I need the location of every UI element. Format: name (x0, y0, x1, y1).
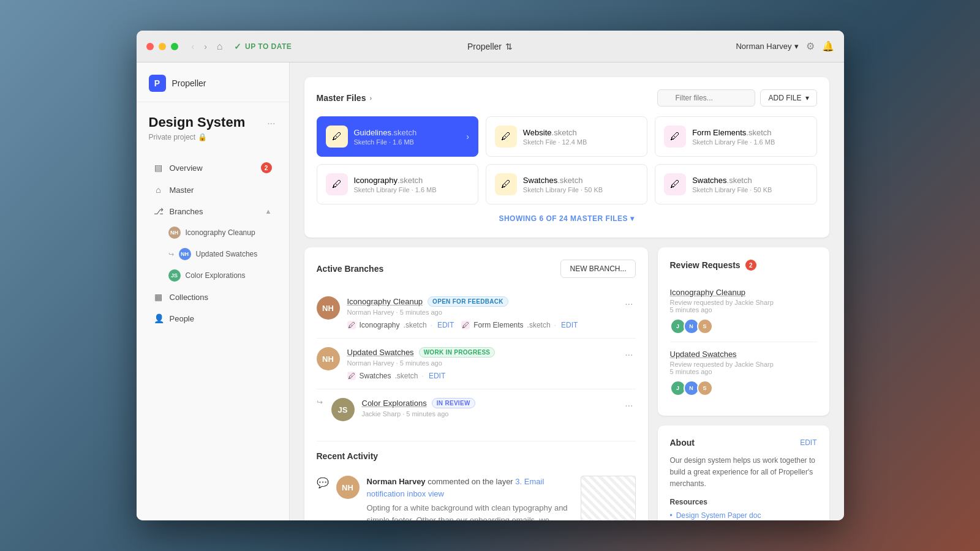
branch-menu-button-iconography[interactable]: ··· (622, 296, 635, 312)
project-subtitle: Private project 🔒 (149, 133, 277, 141)
people-icon: 👤 (154, 313, 164, 323)
close-button[interactable] (146, 43, 154, 50)
fullscreen-button[interactable] (171, 43, 178, 50)
branch-name-swatches[interactable]: Updated Swatches (347, 348, 414, 357)
user-name-label: Norman Harvey (736, 42, 791, 51)
filter-wrap: 🔍 ADD FILE ▾ (657, 89, 816, 107)
file-info-guidelines: Guidelines.sketch Sketch File · 1.6 MB (354, 128, 461, 146)
active-branches-header: Active Branches NEW BRANCH... (317, 260, 636, 278)
sidebar-item-people[interactable]: 👤 People (141, 308, 284, 329)
add-file-chevron-icon: ▾ (805, 94, 809, 102)
user-chevron-icon: ▾ (794, 42, 799, 51)
master-label: Master (170, 186, 194, 195)
review-item-name-iconography[interactable]: Iconography Cleanup (670, 288, 817, 297)
file-icon-swatches-1: 🖊 (495, 173, 517, 195)
comment-icon: 💬 (317, 477, 329, 520)
master-files-chevron-icon: › (369, 94, 372, 102)
project-info: Design System ··· Private project 🔒 (137, 107, 289, 151)
review-avatar-6: S (697, 380, 713, 396)
branch-file-name: Iconography (360, 321, 400, 329)
new-branch-button[interactable]: NEW BRANCH... (560, 260, 635, 278)
file-edit-link-swatches[interactable]: EDIT (429, 372, 445, 380)
project-title: Design System (149, 114, 246, 130)
file-icon-guidelines: 🖊 (326, 126, 348, 148)
filter-input[interactable] (657, 89, 755, 107)
file-ext-text: .sketch (552, 128, 577, 137)
branch-time-iconography: 5 minutes ago (400, 309, 442, 316)
home-button[interactable]: ⌂ (213, 39, 227, 54)
file-card-guidelines[interactable]: 🖊 Guidelines.sketch Sketch File · 1.6 MB… (317, 116, 478, 157)
recent-activity-section: Recent Activity 💬 NH Norman Harvey comme… (317, 441, 636, 520)
file-info-swatches-1: Swatches.sketch Sketch Library File · 50… (523, 176, 638, 193)
file-edit-link-iconography[interactable]: EDIT (437, 321, 454, 329)
branch-name-iconography[interactable]: Iconography Cleanup (347, 297, 423, 306)
file-name-text: Form Elements (692, 128, 746, 137)
branch-meta-color: Jackie Sharp · 5 minutes ago (362, 410, 613, 418)
show-more-files[interactable]: SHOWING 6 OF 24 MASTER FILES ▾ (317, 212, 817, 225)
project-menu-button[interactable]: ··· (266, 117, 276, 130)
about-edit-button[interactable]: EDIT (800, 438, 816, 447)
sidebar-item-overview[interactable]: ▤ Overview 2 (141, 157, 284, 179)
branches-chevron-icon: ▲ (265, 208, 272, 215)
branch-meta-swatches: Norman Harvey · 5 minutes ago (347, 359, 613, 367)
branch-entry-swatches: NH Updated Swatches WORK IN PROGRESS Nor… (317, 339, 636, 389)
project-subtitle-text: Private project (149, 133, 196, 141)
sidebar-item-updated-swatches[interactable]: ↪ NH Updated Swatches (151, 244, 284, 264)
right-panel: Review Requests 2 Iconography Cleanup Re… (658, 247, 829, 520)
sidebar-item-collections[interactable]: ▦ Collections (141, 287, 284, 307)
people-label: People (170, 314, 194, 323)
back-button[interactable]: ‹ (188, 39, 198, 54)
file-card-swatches-1[interactable]: 🖊 Swatches.sketch Sketch Library File · … (486, 164, 647, 204)
review-requested-by-iconography: Review requested by Jackie Sharp (670, 299, 817, 306)
file-ext-text: .sketch (727, 176, 752, 185)
branch-entry-color: ↪ JS Color Explorations IN REVIEW Jackie… (317, 389, 636, 431)
branch-time-color: 5 minutes ago (406, 410, 448, 418)
review-requests-title: Review Requests (670, 260, 741, 270)
file-dot-icon: 🖊 (461, 321, 470, 329)
file-meta-swatches-2: Sketch Library File · 50 KB (692, 186, 807, 193)
file-edit-link-formelements[interactable]: EDIT (561, 321, 578, 329)
nav-arrows: ‹ › (188, 39, 211, 54)
branches-section-header[interactable]: ⎇ Branches ▲ (141, 201, 284, 222)
file-dot-icon: 🖊 (347, 372, 356, 380)
branch-status-badge-color: IN REVIEW (432, 398, 475, 408)
sidebar-item-color-explorations[interactable]: JS Color Explorations (151, 265, 284, 286)
branch-menu-button-swatches[interactable]: ··· (622, 347, 635, 363)
sidebar: P Propeller Design System ··· Private pr… (137, 62, 290, 520)
notifications-button[interactable]: 🔔 (822, 40, 834, 52)
titlebar-title: Propeller ⇅ (467, 42, 513, 51)
forward-button[interactable]: › (200, 39, 211, 54)
master-files-header: Master Files › 🔍 ADD FILE ▾ (317, 89, 817, 107)
recent-activity-title-text: Recent Activity (317, 451, 379, 461)
branch-menu-button-color[interactable]: ··· (622, 398, 635, 414)
review-item-meta-iconography: Review requested by Jackie Sharp 5 minut… (670, 299, 817, 313)
file-info-swatches-2: Swatches.sketch Sketch Library File · 50… (692, 176, 807, 193)
file-card-form-elements[interactable]: 🖊 Form Elements.sketch Sketch Library Fi… (655, 116, 816, 157)
brand-name: Propeller (172, 78, 206, 88)
settings-button[interactable]: ⚙ (806, 40, 815, 52)
active-branches-section: Active Branches NEW BRANCH... NH I (304, 247, 648, 520)
collections-label: Collections (170, 293, 209, 302)
review-avatars-swatches: J N S (670, 380, 817, 396)
file-card-iconography[interactable]: 🖊 Iconography.sketch Sketch Library File… (317, 164, 478, 204)
user-menu[interactable]: Norman Harvey ▾ (736, 42, 798, 51)
branch-name-color[interactable]: Color Explorations (362, 399, 427, 408)
file-name-guidelines: Guidelines.sketch (354, 128, 461, 137)
sidebar-item-iconography-cleanup[interactable]: NH Iconography Cleanup (151, 222, 284, 243)
main-layout: P Propeller Design System ··· Private pr… (137, 62, 844, 520)
about-link-paper-doc[interactable]: Design System Paper doc (670, 511, 817, 520)
file-card-swatches-2[interactable]: 🖊 Swatches.sketch Sketch Library File · … (655, 164, 816, 204)
review-item-name-swatches[interactable]: Updated Swatches (670, 350, 817, 359)
about-title: About (670, 438, 695, 448)
sidebar-item-master[interactable]: ⌂ Master (141, 179, 284, 200)
file-arrow-icon: › (466, 132, 469, 141)
file-card-website[interactable]: 🖊 Website.sketch Sketch File · 12.4 MB (486, 116, 647, 157)
activity-thumbnail (581, 476, 636, 520)
add-file-button[interactable]: ADD FILE ▾ (760, 89, 816, 107)
file-info-iconography: Iconography.sketch Sketch Library File ·… (354, 176, 469, 193)
branch-files-swatches: 🖊 Swatches .sketch · EDIT (347, 372, 613, 380)
title-expand-icon[interactable]: ⇅ (505, 42, 513, 51)
about-description: Our design system helps us work together… (670, 455, 817, 490)
content-area: Master Files › 🔍 ADD FILE ▾ (290, 62, 844, 520)
minimize-button[interactable] (159, 43, 166, 50)
